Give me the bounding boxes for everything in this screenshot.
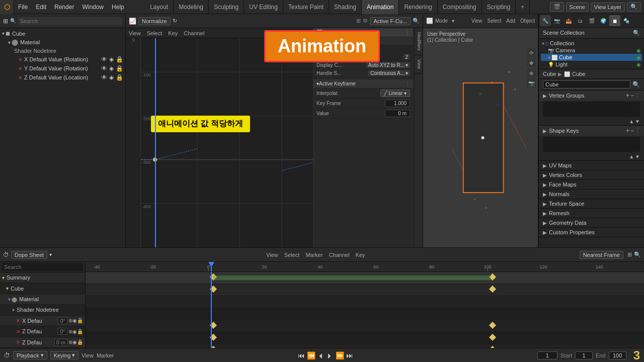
dope-filter-icon[interactable]: ⊞ (627, 251, 632, 258)
tab-animation[interactable]: Animation (362, 0, 399, 14)
menu-file[interactable]: File (14, 0, 32, 14)
tab-rendering[interactable]: Rendering (399, 0, 437, 14)
outliner-item-cube[interactable]: ▾ ◼ Cube (0, 29, 125, 38)
world-props-icon[interactable]: 🌍 (598, 15, 609, 26)
zoom-tool-icon[interactable]: ⊕ (527, 68, 536, 77)
vertex-group-scroll-down[interactable]: ▼ (635, 119, 640, 124)
dope-row-cube[interactable]: ▾ Cube (0, 283, 85, 294)
dope-view-menu[interactable]: View (266, 252, 278, 258)
filter-icon3[interactable]: ◈ (109, 74, 114, 81)
dope-filter2-icon[interactable]: 🔍 (634, 251, 641, 258)
lock-icon3[interactable]: 🔒 (116, 74, 123, 81)
tab-texture-paint[interactable]: Texture Paint (283, 0, 329, 14)
rna-index-value[interactable]: 2 (403, 54, 410, 60)
dope-marker-menu[interactable]: Marker (305, 252, 323, 258)
rotate-tool-icon[interactable]: ⟳ (527, 48, 536, 57)
active-keyframe-header[interactable]: ▾ Active Keyframe ⋮ (313, 79, 413, 88)
tree-cube[interactable]: ▾ ⬜ Cube ◉ (541, 54, 642, 61)
remove-shape-key-btn[interactable]: − (630, 127, 634, 134)
dope-row-material[interactable]: ▾ ⬤ Material (0, 294, 85, 305)
cube-enabled-icon[interactable]: ◉ (636, 55, 641, 60)
tree-camera[interactable]: 📷 Camera ◉ (541, 47, 642, 54)
dope-select-menu[interactable]: Select (284, 252, 300, 258)
start-frame-field[interactable]: 1 (575, 351, 593, 359)
camera-tool-icon[interactable]: 📷 (527, 78, 536, 87)
next-frame-btn[interactable]: ⏩ (336, 351, 344, 359)
timeline-view-menu[interactable]: View (82, 352, 94, 358)
dope-row-shader[interactable]: ▾ Shader Nodetree (0, 305, 85, 315)
fcurve-options-icon[interactable]: ⋮ (405, 30, 410, 35)
normalize-button[interactable]: Normalize (138, 17, 171, 25)
menu-window[interactable]: Window (78, 0, 108, 14)
graph-menu-select[interactable]: Select (147, 30, 163, 36)
end-frame-field[interactable]: 100 (609, 351, 626, 359)
keyframe-y-1[interactable] (210, 333, 217, 340)
object-name-search-icon[interactable]: 🔍 (632, 81, 640, 88)
sidebar-tab-modifiers[interactable]: Modifiers (414, 28, 423, 55)
y-defau-icon2[interactable]: ⊛ (68, 329, 72, 334)
graph-menu-key[interactable]: Key (168, 30, 178, 36)
y-defau-value[interactable]: 0° (58, 328, 67, 335)
remesh-section[interactable]: ▶ Remesh (539, 209, 644, 218)
light-enabled-icon[interactable]: ◉ (636, 62, 641, 67)
y-defau-lock[interactable]: 🔒 (77, 329, 83, 334)
menu-render[interactable]: Render (50, 0, 78, 14)
shape-keys-header[interactable]: ▶ Shape Keys + − ⋮ (539, 126, 644, 136)
tree-collection[interactable]: ▾ □ Collection (541, 40, 642, 47)
keyframe-x-1[interactable] (210, 321, 217, 328)
current-frame-display[interactable]: 1 (537, 351, 557, 359)
object-name-field[interactable]: Cube (543, 80, 630, 88)
filter-icon-graph[interactable]: ⊞ (356, 18, 361, 24)
scene-props2-icon[interactable]: 🎬 (586, 15, 597, 26)
add-vertex-group-btn[interactable]: + (626, 92, 629, 99)
timeline-marker-menu[interactable]: Marker (97, 352, 114, 358)
outliner-item-z-location[interactable]: ✕ Z Default Value (Location) 👁 ◈ 🔒 (0, 73, 125, 82)
outliner-search[interactable] (18, 17, 122, 25)
custom-properties-section[interactable]: ▶ Custom Properties (539, 228, 644, 237)
keyframe-cube-1[interactable] (210, 285, 217, 292)
prev-keyframe-btn[interactable]: ⏪ (307, 351, 315, 359)
dope-row-x-defau[interactable]: ✕ X Defau 0° ⊛ ◉ 🔒 (0, 316, 85, 326)
viewport-view-menu[interactable]: View (471, 18, 482, 24)
tab-uv-editing[interactable]: UV Editing (244, 0, 283, 14)
nearest-frame-selector[interactable]: Nearest Frame (580, 251, 623, 259)
outliner-item-shader[interactable]: Shader Nodetree (0, 47, 125, 55)
vertex-group-scroll-up[interactable]: ▲ (629, 119, 634, 124)
filter-icon-scene[interactable]: 🔍 (633, 30, 640, 36)
keyframe-z-100[interactable] (489, 345, 496, 348)
normals-section[interactable]: ▶ Normals (539, 190, 644, 199)
dope-mode-selector[interactable]: Dope Sheet (11, 251, 47, 259)
render-props-icon[interactable]: 📷 (551, 15, 562, 26)
eye-icon3[interactable]: 👁 (101, 74, 107, 81)
z-defau-eye[interactable]: ◉ (72, 339, 77, 345)
vertex-group-options-icon[interactable]: ⋮ (635, 92, 640, 99)
uv-maps-section[interactable]: ▶ UV Maps (539, 161, 644, 170)
dope-row-y-defau[interactable]: ✕ Z Defau 0° ⊛ ◉ 🔒 (0, 326, 85, 337)
outliner-item-y-rotation[interactable]: ✕ Y Default Value (Rotation) 👁 ◈ 🔒 (0, 64, 125, 73)
play-btn[interactable]: ⏵ (327, 351, 334, 359)
display-color-dropdown[interactable]: Auto XYZ to R... ▾ (366, 62, 410, 68)
x-defau-lock[interactable]: 🔒 (77, 318, 83, 323)
modifier-props-icon[interactable]: 🔩 (621, 15, 632, 26)
keyframe-z-1[interactable] (210, 345, 217, 348)
viewport-mode-btn[interactable]: ▾ (452, 18, 454, 24)
face-maps-section[interactable]: ▶ Face Maps (539, 180, 644, 190)
texture-space-section[interactable]: ▶ Texture Space (539, 199, 644, 209)
y-defau-eye[interactable]: ◉ (72, 329, 77, 334)
dope-channel-menu[interactable]: Channel (329, 252, 350, 258)
keying-btn[interactable]: Keying ▾ (50, 351, 79, 359)
add-shape-key-btn[interactable]: + (626, 127, 629, 134)
jump-end-btn[interactable]: ⏭ (346, 351, 353, 359)
tab-scripting[interactable]: Scripting (482, 0, 516, 14)
move-tool-icon[interactable]: ✥ (527, 58, 536, 67)
vertex-colors-section[interactable]: ▶ Vertex Colors (539, 170, 644, 180)
x-defau-eye[interactable]: ◉ (72, 318, 77, 323)
tab-shading[interactable]: Shading (329, 0, 362, 14)
dope-key-menu[interactable]: Key (356, 252, 365, 258)
z-defau-icon2[interactable]: ⊛ (68, 339, 72, 345)
filter-icon2[interactable]: ◈ (109, 65, 114, 72)
viewport-add-menu[interactable]: Add (506, 18, 515, 24)
eye-icon2[interactable]: 👁 (101, 65, 107, 72)
dope-row-summary[interactable]: ▾ Summary (0, 273, 85, 283)
keyframe-cube-100[interactable] (489, 285, 496, 292)
